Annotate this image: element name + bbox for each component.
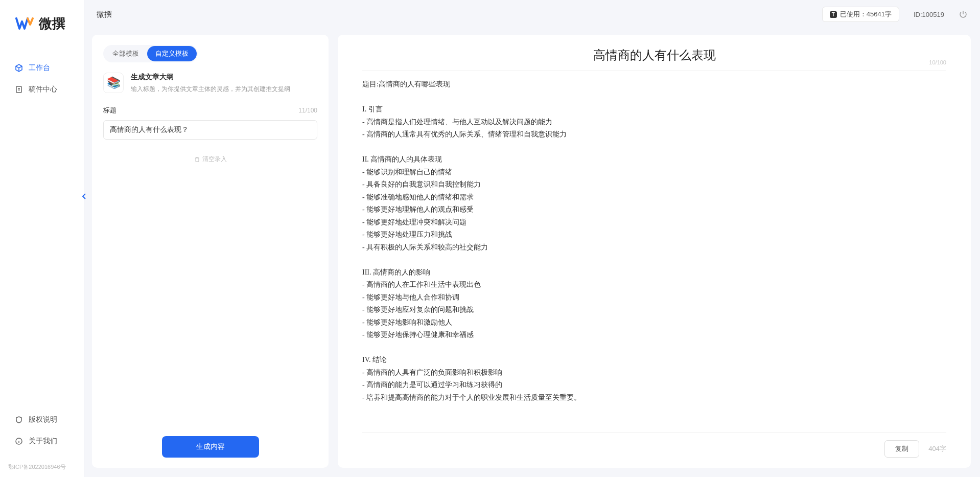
icp-text: 鄂ICP备2022016946号	[0, 461, 84, 477]
template-desc: 输入标题，为你提供文章主体的灵感，并为其创建推文提纲	[131, 85, 317, 94]
main: 全部模板 自定义模板 📚 生成文章大纲 输入标题，为你提供文章主体的灵感，并为其…	[92, 35, 971, 468]
right-panel: 高情商的人有什么表现 10/100 题目:高情商的人有哪些表现 I. 引言 - …	[338, 35, 971, 468]
template-card: 📚 生成文章大纲 输入标题，为你提供文章主体的灵感，并为其创建推文提纲	[103, 73, 317, 94]
header-right: T 已使用：45641字 ID:100519	[822, 7, 968, 22]
nav-menu: 工作台 稿件中心	[0, 43, 84, 404]
clear-button[interactable]: 清空录入	[194, 155, 227, 164]
clear-row: 清空录入	[103, 148, 317, 172]
usage-text: 已使用：45641字	[840, 10, 892, 19]
doc-body[interactable]: 题目:高情商的人有哪些表现 I. 引言 - 高情商是指人们处理情绪、与他人互动以…	[362, 78, 946, 433]
field-label-row: 标题 11/100	[103, 106, 317, 115]
books-icon: 📚	[103, 73, 124, 93]
doc-title-row: 高情商的人有什么表现 10/100	[362, 47, 946, 71]
sidebar: 微撰 工作台 稿件中心	[0, 0, 84, 477]
title-input[interactable]	[103, 120, 317, 140]
info-icon	[14, 437, 24, 446]
title-field-label: 标题	[103, 106, 116, 115]
logo-icon	[15, 14, 34, 33]
clear-label: 清空录入	[202, 155, 227, 164]
header-title: 微撰	[97, 10, 112, 19]
nav-label: 稿件中心	[29, 85, 57, 94]
word-count: 404字	[928, 444, 946, 453]
nav-item-about[interactable]: 关于我们	[8, 431, 76, 451]
title-char-count: 11/100	[298, 107, 317, 114]
logo-text: 微撰	[39, 15, 65, 33]
shield-icon	[14, 415, 24, 424]
nav-item-workbench[interactable]: 工作台	[8, 58, 76, 78]
logo[interactable]: 微撰	[0, 0, 84, 43]
left-panel: 全部模板 自定义模板 📚 生成文章大纲 输入标题，为你提供文章主体的灵感，并为其…	[92, 35, 329, 468]
right-footer: 复制 404字	[362, 433, 946, 458]
cube-icon	[14, 63, 24, 73]
nav-item-drafts[interactable]: 稿件中心	[8, 80, 76, 99]
user-id: ID:100519	[914, 11, 944, 18]
template-tabs: 全部模板 自定义模板	[103, 45, 198, 62]
title-field-group: 标题 11/100	[103, 106, 317, 140]
power-icon[interactable]	[959, 10, 968, 19]
tab-all-templates[interactable]: 全部模板	[104, 46, 147, 61]
template-name: 生成文章大纲	[131, 73, 317, 82]
generate-button[interactable]: 生成内容	[162, 436, 259, 458]
usage-box[interactable]: T 已使用：45641字	[822, 7, 899, 22]
doc-title[interactable]: 高情商的人有什么表现	[593, 47, 716, 63]
trash-icon	[194, 156, 200, 163]
collapse-handle[interactable]	[81, 192, 88, 201]
svg-rect-0	[16, 86, 21, 93]
left-spacer	[103, 172, 317, 437]
nav-item-copyright[interactable]: 版权说明	[8, 410, 76, 429]
sidebar-bottom: 版权说明 关于我们	[0, 404, 84, 461]
header: 微撰 T 已使用：45641字 ID:100519	[84, 0, 980, 29]
usage-badge-icon: T	[830, 11, 837, 18]
doc-icon	[14, 85, 24, 94]
copy-button[interactable]: 复制	[884, 440, 919, 458]
template-info: 生成文章大纲 输入标题，为你提供文章主体的灵感，并为其创建推文提纲	[131, 73, 317, 94]
doc-title-count: 10/100	[929, 59, 946, 65]
nav-label: 工作台	[29, 63, 50, 73]
nav-label: 关于我们	[29, 437, 57, 446]
nav-label: 版权说明	[29, 415, 57, 424]
tab-custom-templates[interactable]: 自定义模板	[147, 46, 197, 61]
